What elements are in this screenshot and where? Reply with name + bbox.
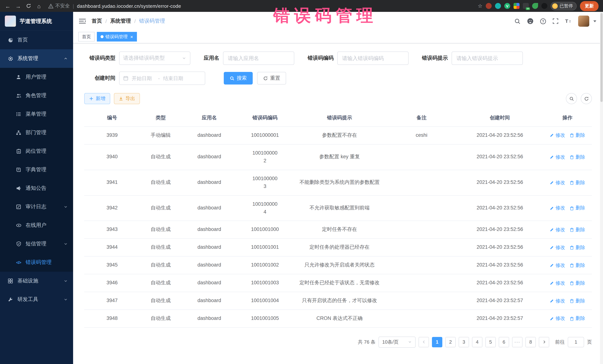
close-icon[interactable]: × — [130, 34, 133, 39]
sidebar-item-posts[interactable]: 岗位管理 — [0, 142, 73, 161]
security-warning[interactable]: 不安全 — [48, 3, 70, 9]
menu-list-icon — [16, 111, 22, 117]
page-size-select[interactable]: 10条/页 — [379, 337, 416, 348]
refresh-table-button[interactable] — [581, 93, 592, 104]
export-button[interactable]: 导出 — [114, 93, 140, 104]
add-button[interactable]: 新增 — [84, 93, 110, 104]
help-icon[interactable]: ? — [540, 18, 546, 24]
sidebar-item-sms[interactable]: 短信管理 — [0, 235, 73, 253]
delete-link[interactable]: 删除 — [570, 297, 585, 305]
search-button[interactable]: 搜索 — [224, 72, 253, 85]
home-icon[interactable]: ⌂ — [34, 1, 44, 11]
app-name-input[interactable] — [223, 52, 294, 65]
sidebar-item-audit-log[interactable]: 审计日志 — [0, 198, 73, 216]
edit-link[interactable]: 修改 — [550, 132, 565, 139]
delete-link[interactable]: 删除 — [570, 226, 585, 233]
page-button-4[interactable]: 4 — [472, 337, 482, 347]
sidebar-item-roles[interactable]: 角色管理 — [0, 86, 73, 105]
delete-link[interactable]: 删除 — [570, 132, 585, 139]
add-button-label: 新增 — [96, 95, 105, 102]
font-size-icon[interactable]: TT — [565, 18, 572, 24]
scrollbar[interactable] — [600, 12, 603, 364]
sidebar-item-label: 通知公告 — [26, 185, 68, 192]
app-logo[interactable]: 芋道管理系统 — [0, 12, 73, 31]
extension-icon-red[interactable] — [486, 3, 492, 9]
scrollbar-thumb[interactable] — [600, 13, 603, 102]
start-date-input[interactable] — [131, 75, 155, 81]
edit-link[interactable]: 修改 — [550, 315, 565, 322]
edit-link[interactable]: 修改 — [550, 204, 565, 212]
bookmark-star-icon[interactable]: ☆ — [478, 3, 482, 9]
extension-icon-grid[interactable] — [514, 3, 520, 9]
forward-icon[interactable]: → — [13, 1, 23, 11]
sidebar-item-home[interactable]: 首页 — [0, 31, 73, 49]
breadcrumb-home[interactable]: 首页 — [92, 18, 102, 24]
edit-link[interactable]: 修改 — [550, 154, 565, 161]
next-page-button[interactable] — [539, 337, 549, 347]
breadcrumb-current: 错误码管理 — [139, 18, 165, 24]
end-date-input[interactable] — [162, 75, 187, 81]
page-button-2[interactable]: 2 — [445, 337, 456, 347]
log-icon — [16, 204, 22, 210]
sidebar-item-dictionary[interactable]: 字典管理 — [0, 161, 73, 179]
error-type-select[interactable]: 请选择错误码类型 — [119, 52, 190, 65]
toggle-search-button[interactable] — [566, 93, 577, 104]
page-button-5[interactable]: 5 — [485, 337, 496, 347]
sidebar-item-dev-tools[interactable]: 研发工具 — [0, 290, 73, 309]
delete-link[interactable]: 删除 — [570, 262, 585, 269]
delete-link[interactable]: 删除 — [570, 279, 585, 287]
browser-update-button[interactable]: 更新 — [580, 1, 599, 11]
delete-link[interactable]: 删除 — [570, 315, 585, 322]
sidebar-item-system[interactable]: 系统管理 — [0, 49, 73, 68]
user-avatar[interactable] — [578, 16, 589, 27]
sidebar-item-infrastructure[interactable]: 基础设施 — [0, 272, 73, 290]
sidebar-item-error-code[interactable]: </> 错误码管理 — [0, 253, 73, 272]
delete-link[interactable]: 删除 — [570, 179, 585, 186]
page-button-1[interactable]: 1 — [432, 337, 442, 347]
page-button-3[interactable]: 3 — [459, 337, 469, 347]
caret-down-icon[interactable] — [593, 20, 596, 22]
extension-icon-black[interactable] — [541, 3, 547, 9]
page-button-6[interactable]: 6 — [499, 337, 509, 347]
delete-link[interactable]: 删除 — [570, 154, 585, 161]
paused-badge[interactable]: 已暂停 — [551, 2, 577, 10]
sidebar-item-online-users[interactable]: 在线用户 — [0, 216, 73, 235]
edit-link[interactable]: 修改 — [550, 244, 565, 251]
cell-time: 2021-04-20 23:52:56 — [457, 239, 543, 256]
edit-link[interactable]: 修改 — [550, 279, 565, 287]
edit-link[interactable]: 修改 — [550, 226, 565, 233]
delete-link[interactable]: 删除 — [570, 244, 585, 251]
tab-home[interactable]: 首页 — [78, 32, 95, 42]
edit-link[interactable]: 修改 — [550, 297, 565, 305]
edit-link[interactable]: 修改 — [550, 179, 565, 186]
page-button-8[interactable]: 8 — [525, 337, 536, 347]
extension-icon-dark[interactable]: on — [523, 3, 529, 9]
reset-button[interactable]: 重置 — [257, 72, 286, 85]
delete-link[interactable]: 删除 — [570, 204, 585, 212]
error-message-input[interactable] — [452, 52, 523, 65]
breadcrumb-system[interactable]: 系统管理 — [110, 18, 131, 24]
sidebar-item-menus[interactable]: 菜单管理 — [0, 105, 73, 123]
hamburger-icon[interactable] — [79, 18, 86, 24]
edit-link[interactable]: 修改 — [550, 262, 565, 269]
extension-icon-v[interactable]: V — [504, 3, 510, 9]
sidebar-item-notices[interactable]: 通知公告 — [0, 179, 73, 198]
sidebar-item-users[interactable]: 用户管理 — [0, 68, 73, 86]
tab-error-code[interactable]: 错误码管理 × — [97, 32, 137, 42]
fullscreen-icon[interactable] — [553, 18, 558, 24]
goto-page-input[interactable] — [568, 337, 584, 347]
more-pages-button[interactable]: ··· — [512, 337, 522, 347]
prev-page-button[interactable] — [418, 337, 429, 347]
address-bar[interactable]: 不安全 | dashboard.yudao.iocoder.cn/system/… — [48, 3, 478, 9]
search-icon[interactable] — [514, 18, 521, 24]
extension-icon-leaf[interactable] — [532, 3, 538, 9]
cell-actions: 修改 删除 — [543, 257, 592, 274]
sidebar-item-departments[interactable]: 部门管理 — [0, 123, 73, 142]
date-range-picker[interactable]: - — [119, 72, 205, 85]
reload-icon[interactable] — [24, 1, 33, 11]
extension-icon-teal[interactable] — [495, 3, 501, 9]
sidebar-item-label: 在线用户 — [26, 222, 68, 229]
github-icon[interactable] — [527, 18, 533, 24]
back-icon[interactable]: ← — [3, 1, 13, 11]
error-code-input[interactable] — [337, 52, 408, 65]
